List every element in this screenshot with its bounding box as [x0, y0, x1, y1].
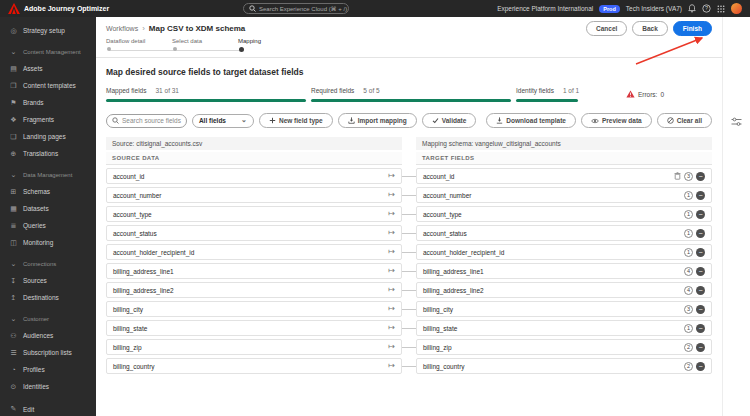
mapping-count-badge: 4: [684, 267, 693, 276]
remove-mapping-icon[interactable]: −: [696, 191, 705, 200]
target-field-name: account_holder_recipient_id: [423, 249, 504, 256]
sidebar-section-content-management[interactable]: ⌄ Content Management: [0, 43, 96, 60]
target-field-cell[interactable]: account_type 1 −: [416, 206, 712, 222]
fragments-icon: ❖: [9, 116, 18, 124]
search-source-fields-input[interactable]: Search source fields: [106, 114, 187, 128]
global-search-input[interactable]: Search Experience Cloud (⌘ + /): [243, 3, 349, 14]
target-field-cell[interactable]: account_id 3 −: [416, 168, 712, 184]
sidebar-item-queries[interactable]: ≣ Queries: [0, 217, 96, 234]
stepper-step[interactable]: Dataflow detail: [106, 38, 172, 52]
source-field-cell[interactable]: billing_address_line1 ↦: [106, 263, 402, 279]
sidebar-item-profiles[interactable]: ◔ Profiles: [0, 361, 96, 378]
mapping-connector: [402, 347, 416, 348]
sidebar-section-data-management[interactable]: ⌄ Data Management: [0, 166, 96, 183]
map-to-icon[interactable]: ↦: [388, 286, 395, 294]
field-filter-select[interactable]: All fields ⌄: [192, 114, 254, 128]
target-field-cell[interactable]: billing_city 3 −: [416, 301, 712, 317]
remove-mapping-icon[interactable]: −: [696, 305, 705, 314]
breadcrumb-workflows-link[interactable]: Workflows: [106, 25, 138, 32]
remove-mapping-icon[interactable]: −: [696, 362, 705, 371]
source-field-cell[interactable]: billing_city ↦: [106, 301, 402, 317]
sidebar-item-audiences[interactable]: ⚇ Audiences: [0, 327, 96, 344]
validate-button[interactable]: Validate: [422, 113, 477, 128]
new-field-type-button[interactable]: New field type: [259, 113, 333, 128]
table-settings-icon[interactable]: [731, 113, 742, 125]
map-to-icon[interactable]: ↦: [388, 248, 395, 256]
stepper-step[interactable]: Select data: [172, 38, 238, 52]
source-field-cell[interactable]: billing_address_line2 ↦: [106, 282, 402, 298]
target-field-cell[interactable]: billing_state 1 −: [416, 320, 712, 336]
target-field-name: billing_zip: [423, 344, 452, 351]
sidebar-item-identities[interactable]: ⊙ Identities: [0, 378, 96, 395]
sidebar-item-datasets[interactable]: ▦ Datasets: [0, 200, 96, 217]
target-field-cell[interactable]: billing_zip 2 −: [416, 339, 712, 355]
clear-all-button[interactable]: Clear all: [657, 113, 712, 128]
remove-mapping-icon[interactable]: −: [696, 172, 705, 181]
sidebar-item-brands[interactable]: ⚑ Brands: [0, 94, 96, 111]
sidebar-item-destinations[interactable]: ↥ Destinations: [0, 289, 96, 306]
map-to-icon[interactable]: ↦: [388, 229, 395, 237]
map-to-icon[interactable]: ↦: [388, 267, 395, 275]
target-field-cell[interactable]: account_status 1 −: [416, 225, 712, 241]
sidebar-item-strategy-setup[interactable]: ◎ Strategy setup: [0, 22, 96, 39]
source-field-cell[interactable]: account_holder_recipient_id ↦: [106, 244, 402, 260]
target-field-cell[interactable]: billing_country 2 −: [416, 358, 712, 374]
sidebar-section-connections[interactable]: ⌄ Connections: [0, 255, 96, 272]
download-template-button[interactable]: Download template: [486, 113, 576, 128]
map-to-icon[interactable]: ↦: [388, 343, 395, 351]
source-field-cell[interactable]: billing_zip ↦: [106, 339, 402, 355]
remove-mapping-icon[interactable]: −: [696, 324, 705, 333]
preview-data-button[interactable]: Preview data: [581, 113, 652, 128]
source-field-cell[interactable]: account_status ↦: [106, 225, 402, 241]
finish-button[interactable]: Finish: [673, 21, 712, 36]
map-to-icon[interactable]: ↦: [388, 172, 395, 180]
right-rail: [722, 17, 750, 416]
remove-mapping-icon[interactable]: −: [696, 229, 705, 238]
apps-grid-icon[interactable]: [717, 5, 725, 13]
help-icon[interactable]: ?: [702, 4, 711, 13]
mapping-count-badge: 2: [684, 343, 693, 352]
map-to-icon[interactable]: ↦: [388, 191, 395, 199]
target-field-cell[interactable]: account_number 1 −: [416, 187, 712, 203]
sidebar-item-content-templates[interactable]: ❐ Content templates: [0, 77, 96, 94]
sidebar-item-subscription-lists[interactable]: ☰ Subscription lists: [0, 344, 96, 361]
target-field-cell[interactable]: billing_address_line1 4 −: [416, 263, 712, 279]
map-to-icon[interactable]: ↦: [388, 210, 395, 218]
source-field-cell[interactable]: billing_country ↦: [106, 358, 402, 374]
remove-mapping-icon[interactable]: −: [696, 267, 705, 276]
sidebar-edit-button[interactable]: ✎ Edit: [0, 405, 34, 413]
avatar[interactable]: [731, 3, 742, 14]
remove-mapping-icon[interactable]: −: [696, 286, 705, 295]
map-to-icon[interactable]: ↦: [388, 362, 395, 370]
delete-icon[interactable]: [674, 172, 681, 180]
remove-mapping-icon[interactable]: −: [696, 343, 705, 352]
tenant-switcher[interactable]: Tech Insiders (VA7): [626, 5, 682, 12]
sidebar-item-landing-pages[interactable]: ❏ Landing pages: [0, 128, 96, 145]
stepper-step[interactable]: Mapping: [238, 38, 304, 52]
sidebar-item-assets[interactable]: ▤ Assets: [0, 60, 96, 77]
source-field-cell[interactable]: billing_state ↦: [106, 320, 402, 336]
sidebar-item-fragments[interactable]: ❖ Fragments: [0, 111, 96, 128]
remove-mapping-icon[interactable]: −: [696, 210, 705, 219]
sidebar-item-translations[interactable]: ⊕ Translations: [0, 145, 96, 162]
source-field-cell[interactable]: account_id ↦: [106, 168, 402, 184]
map-to-icon[interactable]: ↦: [388, 305, 395, 313]
org-name[interactable]: Experience Platform International: [497, 5, 593, 12]
source-field-cell[interactable]: account_type ↦: [106, 206, 402, 222]
target-field-cell[interactable]: account_holder_recipient_id 1 −: [416, 244, 712, 260]
mapping-connector: [402, 214, 416, 215]
target-field-cell[interactable]: billing_address_line2 4 −: [416, 282, 712, 298]
source-field-cell[interactable]: account_number ↦: [106, 187, 402, 203]
remove-mapping-icon[interactable]: −: [696, 248, 705, 257]
sidebar-item-schemas[interactable]: ⊞ Schemas: [0, 183, 96, 200]
mapping-stats: Mapped fields 31 of 31 Required fields 5…: [106, 87, 712, 102]
download-icon: [496, 117, 503, 124]
map-to-icon[interactable]: ↦: [388, 324, 395, 332]
cancel-button[interactable]: Cancel: [586, 21, 627, 36]
sidebar-item-sources[interactable]: ↧ Sources: [0, 272, 96, 289]
import-mapping-button[interactable]: Import mapping: [338, 113, 417, 128]
sidebar-item-monitoring[interactable]: ◫ Monitoring: [0, 234, 96, 251]
notifications-icon[interactable]: [688, 4, 696, 13]
sidebar-section-customer[interactable]: ⌄ Customer: [0, 310, 96, 327]
back-button[interactable]: Back: [632, 21, 668, 36]
